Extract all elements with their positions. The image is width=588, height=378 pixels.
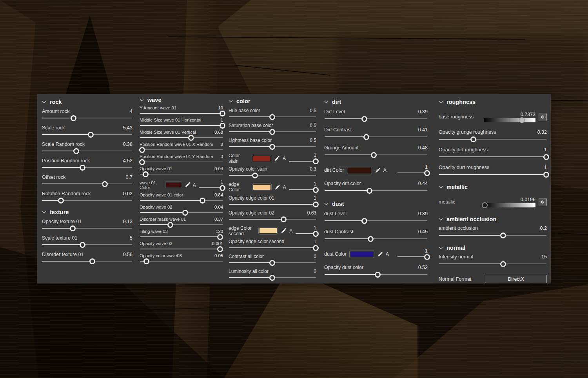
metallic-gradient-slider[interactable] [484,203,535,207]
slider-handle[interactable] [500,261,506,267]
slider-track[interactable] [229,262,316,263]
slider-handle[interactable] [361,218,367,224]
slider-handle[interactable] [470,136,476,142]
section-header-wave[interactable]: wave [140,97,223,103]
intensity-normal-slider[interactable] [439,261,547,267]
dust-color-alpha-slider[interactable] [397,254,428,260]
slider-track[interactable] [325,238,427,239]
slider-handle[interactable] [182,210,188,216]
slider-handle[interactable] [367,188,372,194]
slider-track[interactable] [140,149,223,150]
base-roughness-gradient-slider[interactable] [484,118,535,122]
middle-size-wave-01-horizontal-slider[interactable] [140,122,223,128]
slider-track[interactable] [325,118,427,119]
slider-handle[interactable] [269,144,275,150]
opacity-texture-01-slider[interactable] [42,225,132,232]
slider-track[interactable] [229,277,316,278]
slider-handle[interactable] [220,123,225,129]
slider-handle[interactable] [188,135,194,141]
eyedropper-icon[interactable] [375,167,381,173]
slider-handle[interactable] [313,187,319,193]
slider-handle[interactable] [143,171,149,177]
slider-track[interactable] [289,189,316,190]
slider-track[interactable] [439,139,546,140]
offset-rock-slider[interactable] [42,181,132,187]
slider-handle[interactable] [313,202,319,207]
eyedropper-icon[interactable] [281,228,287,234]
slider-handle[interactable] [70,225,76,231]
rotation-random-rock-slider[interactable] [42,197,132,204]
slider-handle[interactable] [313,245,319,251]
dirt-level-slider[interactable] [324,116,428,122]
disorder-mask-wave-01-slider[interactable] [140,222,223,227]
slider-handle[interactable] [269,260,275,266]
luminosity-all-color-slider[interactable] [229,274,316,281]
slider-track[interactable] [140,113,223,114]
slider-track[interactable] [397,256,427,257]
slider-handle[interactable] [361,116,367,122]
slider-track[interactable] [140,125,223,126]
hue-base-color-slider[interactable] [229,114,316,120]
slider-track[interactable] [325,220,427,221]
slider-track[interactable] [229,131,316,132]
slider-handle[interactable] [252,173,258,178]
color-swatch[interactable] [349,251,374,258]
slider-track[interactable] [289,161,316,162]
slider-handle[interactable] [363,134,369,140]
edge-color-second-alpha-slider[interactable] [295,231,316,236]
slider-track[interactable] [42,118,132,118]
slider-handle[interactable] [80,165,85,171]
opacity-dirt-roughness-slider[interactable] [439,154,547,160]
slider-handle[interactable] [500,233,506,238]
color-swatch[interactable] [165,182,182,188]
slider-track[interactable] [42,261,132,262]
saturation-base-color-slider[interactable] [229,129,316,135]
slider-handle[interactable] [88,132,94,138]
eyedropper-icon[interactable] [274,156,280,162]
wave-01-color-alpha-slider[interactable] [198,185,223,191]
position-random-wave-01-y-slider[interactable] [140,159,223,165]
slider-handle[interactable] [102,181,108,187]
slider-track[interactable] [397,173,427,173]
slider-track[interactable] [140,162,223,162]
range-expand-button[interactable] [539,198,547,206]
normal-format-dropdown[interactable]: DirectX [485,275,547,283]
slider-track[interactable] [229,247,316,248]
section-header-ambient-occlusion[interactable]: ambient occlusion [439,216,547,222]
slider-track[interactable] [42,228,132,229]
slider-handle[interactable] [71,115,76,121]
slider-handle[interactable] [139,159,145,165]
contrast-all-color-slider[interactable] [229,260,316,266]
slider-handle[interactable] [543,154,549,160]
opacity-edge-color-01-slider[interactable] [229,201,316,208]
slider-track[interactable] [42,167,132,168]
range-expand-button[interactable] [539,113,547,121]
slider-handle[interactable] [143,258,149,264]
slider-track[interactable] [199,187,223,188]
scale-random-rock-slider[interactable] [42,148,132,154]
slider-handle[interactable] [281,216,287,222]
opacity-drit-color-slider[interactable] [324,187,428,194]
dirt-contrast-slider[interactable] [324,134,428,140]
slider-handle[interactable] [424,170,430,176]
eyedropper-icon[interactable] [185,182,191,188]
slider-track[interactable] [140,249,223,249]
slider-track[interactable] [140,137,223,138]
slider-handle[interactable] [313,231,319,237]
section-header-rock[interactable]: rock [42,99,132,105]
slider-handle[interactable] [371,152,377,158]
lightness-base-color-slider[interactable] [229,144,316,150]
opacity-color-stain-slider[interactable] [229,172,316,179]
slider-handle[interactable] [269,114,275,120]
slider-track[interactable] [140,236,223,237]
slider-track[interactable] [229,175,316,176]
opacity-durt-roughness-slider[interactable] [439,171,547,178]
opacity-dust-color-slider[interactable] [324,271,428,278]
slider-track[interactable] [42,244,132,245]
slider-handle[interactable] [217,234,223,240]
slider-handle[interactable] [80,242,85,248]
position-random-rock-slider[interactable] [42,164,132,171]
slider-handle[interactable] [73,148,79,154]
eyedropper-icon[interactable] [377,251,383,257]
section-header-metallic[interactable]: metallic [439,184,547,190]
